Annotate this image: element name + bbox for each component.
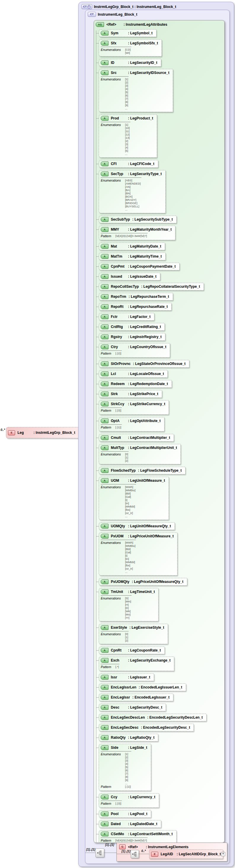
facet-values: [1][10][11][12][13][2][3][4][5]... (125, 123, 130, 156)
attribute-type: : LegRepoCollateralSecurityType_t (141, 284, 200, 289)
facet-label: Pattern (101, 665, 115, 669)
attribute-name: CpnRt (111, 648, 126, 653)
attribute-icon: A (101, 534, 108, 538)
attribute-type: : EncodedLegSecurityDesc_t (141, 725, 190, 730)
attribute-type: : LegFlowScheduleType_t (138, 468, 182, 473)
facet-row: Pattern[.{1}] (101, 785, 131, 789)
connector-line (85, 852, 96, 853)
element-type: : InstrmtLegGrp_Block_t (33, 431, 75, 435)
group-type: : InstrumentLegElements (146, 845, 188, 849)
attribute-name: Sym (111, 31, 126, 35)
facet-section: Enumerations[1][2][3][4][5][6][7][8][9].… (101, 751, 131, 790)
attribute-type: : LegProduct_t (128, 116, 153, 121)
attribute-type: : LegMaturityTime_t (128, 254, 162, 259)
attribute-icon: A (101, 70, 108, 75)
attribute-icon: A (101, 116, 108, 121)
facet-label: Enumerations (101, 541, 125, 574)
attribute-icon: A (101, 589, 108, 594)
attribute-name: RepoTrm (111, 294, 126, 299)
facet-section: Enumerations[MWh][MMBtu][Bbl][Gal][t][tn… (101, 540, 136, 575)
attribute-name: Mat (111, 244, 126, 249)
complextype-outer-box: CT+ InstrmtLegGrp_Block_t : InstrumentLe… (78, 2, 234, 867)
attribute-Cmult: ACmult: LegContractMultiplier_t (99, 434, 174, 441)
attribute-name: Lcl (111, 372, 126, 376)
attribute-icon: A (101, 715, 108, 720)
attribute-type: : LegPriceUnitOfMeasure_t (128, 534, 174, 538)
attribute-type: : LegRepurchaseRate_t (128, 305, 168, 309)
attribute-name: CpnPmt (111, 265, 126, 269)
attribute-name: EncLegIssr (111, 695, 130, 700)
facet-label: Pattern (101, 802, 115, 806)
inner-title: InstrumentLeg_Block_t (98, 12, 137, 17)
attribute-name: MMY (111, 227, 126, 232)
attribute-type: : LegSecurityType_t (128, 172, 162, 176)
attribute-StrkCcy: AStrkCcy: LegStrikeCurrency_tPattern[.{3… (99, 400, 169, 415)
attribute-icon: A (101, 832, 108, 836)
facet-values: [.{3}] (115, 802, 121, 806)
attribute-Redeem: ARedeem: LegRedemptionDate_t (99, 380, 172, 388)
facet-section: Enumerations[ABS][AMENDED][AN][BA][BN][B… (101, 178, 141, 213)
facet-label: Enumerations (101, 752, 125, 785)
attribute-group-type: : InstrumentLegAttributes (124, 23, 167, 27)
facet-values: [MWh][MMBtu][Bbl][Gal][t][tn][MMbbl][lbs… (125, 485, 135, 518)
connector-line (138, 854, 149, 854)
attribute-name: StrkCcy (111, 402, 126, 406)
attribute-type: : LegRepurchaseTerm_t (129, 294, 169, 299)
facet-values: [0][1][2] (125, 632, 128, 642)
attribute-type: : LegRatioQty_t (128, 736, 154, 740)
leg-multiplicity: 0..* (1, 428, 5, 432)
expand-plus-icon[interactable]: + (87, 5, 91, 8)
attribute-name: ExerStyle (111, 625, 127, 630)
attribute-FlowSchedTyp: AFlowSchedTyp: LegFlowScheduleType_t (99, 467, 185, 474)
attribute-type: : LegMaturityMonthYear_t (128, 227, 172, 232)
attribute-icon: A (101, 335, 108, 339)
attribute-EncLegIssrLen: AEncLegIssrLen: EncodedLegIssuerLen_t (99, 683, 186, 691)
attribute-name: OptA (111, 419, 126, 423)
facet-label: Pattern (101, 234, 115, 238)
attribute-name: Sfx (111, 41, 126, 45)
element-name: LegAID (161, 852, 174, 856)
attribute-icon: A (101, 725, 108, 730)
attribute-icon: A (101, 41, 108, 45)
attribute-icon: A (101, 345, 108, 349)
facet-label: Pattern (101, 352, 115, 355)
attribute-icon: A (101, 478, 108, 483)
attribute-type: : LegFactor_t (128, 315, 151, 319)
attribute-type: : LegSecurityDesc_t (128, 705, 162, 710)
attribute-name: CrdRtg (111, 325, 126, 329)
complextype-plus-icon[interactable]: CT+ (81, 4, 92, 9)
attribute-icon: A (101, 362, 108, 366)
attribute-icon: A (101, 435, 108, 440)
attribute-type: : LegCFICode_t (128, 162, 154, 166)
facet-section: Pattern[\d{4}(0|1)\d([0-3wW]\d)?] (101, 838, 148, 843)
attribute-name: FlowSchedTyp (111, 468, 136, 473)
attribute-Side: ASide: LegSide_tEnumerations[1][2][3][4]… (99, 744, 151, 791)
attribute-group-box: AG <Ref> : InstrumentLegAttributes ASym:… (94, 20, 225, 843)
outer-title: InstrmtLegGrp_Block_t : InstrumentLeg_Bl… (94, 5, 176, 9)
attribute-name: Prod (111, 116, 126, 121)
attribute-type: : LegCouponPaymentDate_t (128, 265, 176, 269)
attribute-icon: A (101, 625, 108, 630)
expand-button[interactable]: + (221, 852, 225, 856)
attribute-name: Pool (111, 812, 126, 816)
attribute-icon: A (101, 695, 108, 700)
attribute-name: Ccy (111, 795, 126, 799)
attribute-name: Src (111, 71, 126, 75)
attribute-name: Issr (111, 675, 126, 680)
element-name: Leg (18, 431, 31, 435)
attribute-name: TmUnit (111, 590, 126, 594)
attribute-icon: A (101, 324, 108, 329)
facet-row: Enumerations[1][2][3][4][5][6][7][8][9].… (101, 78, 128, 110)
facet-row: Enumerations[CD][WI] (101, 48, 131, 54)
attribute-type: : LegExerciseStyle_t (130, 625, 164, 630)
attribute-name: Rgstry (111, 335, 126, 339)
facet-row: Enumerations[MWh][MMBtu][Bbl][Gal][t][tn… (101, 485, 135, 518)
facet-row: Pattern[\d{4}(0|1)\d([0-3wW]\d)?] (101, 839, 147, 843)
attribute-icon: A (101, 244, 108, 249)
attribute-name: Fctr (111, 315, 126, 319)
attribute-icon: A (101, 795, 108, 799)
attribute-icon: A (101, 658, 108, 663)
attribute-icon: A (101, 392, 108, 396)
attribute-RepoCollSecTyp: ARepoCollSecTyp: LegRepoCollateralSecuri… (99, 283, 204, 290)
attribute-type: : LegSecurityExchange_t (128, 658, 171, 663)
